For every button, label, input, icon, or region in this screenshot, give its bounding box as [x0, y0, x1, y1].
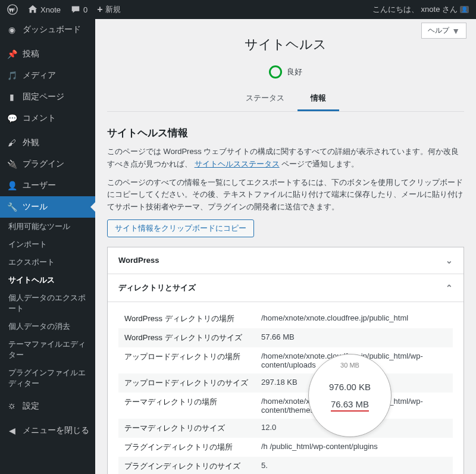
- menu-appearance[interactable]: 🖌外観: [0, 132, 95, 153]
- submenu-available-tools[interactable]: 利用可能なツール: [0, 218, 95, 236]
- menu-comments[interactable]: 💬コメント: [0, 108, 95, 129]
- settings-icon: ⛭: [6, 400, 18, 412]
- help-tab[interactable]: ヘルプ ▼: [421, 23, 466, 39]
- tools-icon: 🔧: [6, 201, 18, 213]
- admin-toolbar: Xnote 0 + 新規 こんにちは、 xnote さん 👤: [0, 0, 476, 19]
- content-area: ヘルプ ▼ サイトヘルス 良好 ステータス 情報 サイトヘルス情報 このページで…: [95, 19, 476, 474]
- chevron-down-icon: ▼: [452, 26, 460, 36]
- table-row: プラグインディレクトリの場所/h /public_html/wp-content…: [118, 438, 453, 457]
- tab-status[interactable]: ステータス: [233, 87, 298, 111]
- comments-link[interactable]: 0: [68, 4, 90, 15]
- table-row: WordPress ディレクトリのサイズ57.66 MB: [118, 328, 453, 347]
- accordion-wordpress[interactable]: WordPress ⌄: [108, 247, 464, 274]
- health-tabs: ステータス 情報: [107, 87, 464, 112]
- status-ring-icon: [269, 65, 282, 79]
- menu-posts[interactable]: 📌投稿: [0, 43, 95, 65]
- user-greeting[interactable]: こんにちは、 xnote さん 👤: [370, 4, 471, 15]
- section-heading: サイトヘルス情報: [107, 126, 464, 140]
- table-row: アップロードディレクトリのサイズ297.18 KB: [118, 373, 453, 393]
- brush-icon: 🖌: [6, 137, 18, 149]
- menu-pages[interactable]: ▮固定ページ: [0, 86, 95, 108]
- site-name-link[interactable]: Xnote: [25, 4, 63, 15]
- tab-info[interactable]: 情報: [298, 87, 339, 111]
- menu-settings[interactable]: ⛭設定: [0, 395, 95, 417]
- new-label: 新規: [105, 4, 121, 15]
- submenu-import[interactable]: インポート: [0, 236, 95, 253]
- collapse-icon: ◀: [6, 425, 18, 437]
- menu-users[interactable]: 👤ユーザー: [0, 175, 95, 196]
- submenu-erase-personal[interactable]: 個人データの消去: [0, 318, 95, 335]
- submenu-theme-editor[interactable]: テーマファイルエディター: [0, 335, 95, 364]
- site-health-header: サイトヘルス 良好 ステータス 情報: [107, 25, 464, 112]
- submenu-plugin-editor[interactable]: プラグインファイルエディター: [0, 364, 95, 393]
- submenu-site-health[interactable]: サイトヘルス: [0, 271, 95, 289]
- wp-logo[interactable]: [5, 4, 20, 15]
- page-icon: ▮: [6, 91, 18, 103]
- menu-collapse[interactable]: ◀メニューを閉じる: [0, 420, 95, 441]
- page-title: サイトヘルス: [107, 36, 464, 54]
- table-row: テーマディレクトリの場所/home/xnote/xnote.cloudfree.…: [118, 393, 453, 419]
- submenu-export[interactable]: エクスポート: [0, 253, 95, 271]
- plus-icon: +: [97, 4, 102, 15]
- directories-panel: WordPress ディレクトリの場所/home/xnote/xnote.clo…: [108, 302, 464, 474]
- home-icon: [27, 4, 38, 15]
- wordpress-icon: [7, 4, 18, 15]
- menu-plugins[interactable]: 🔌プラグイン: [0, 153, 95, 175]
- plugin-icon: 🔌: [6, 158, 18, 170]
- status-text: 良好: [287, 67, 302, 77]
- comment-count: 0: [83, 5, 87, 14]
- directories-table: WordPress ディレクトリの場所/home/xnote/xnote.clo…: [118, 309, 453, 474]
- admin-menu: ◉ダッシュボード 📌投稿 🎵メディア ▮固定ページ 💬コメント 🖌外観 🔌プラグ…: [0, 19, 95, 474]
- copy-site-info-button[interactable]: サイト情報をクリップボードにコピー: [107, 219, 254, 237]
- media-icon: 🎵: [6, 70, 18, 81]
- pin-icon: 📌: [6, 48, 18, 60]
- accordion-directories[interactable]: ディレクトリとサイズ ⌃: [108, 274, 464, 302]
- table-row: WordPress ディレクトリの場所/home/xnote/xnote.clo…: [118, 309, 453, 328]
- table-row: アップロードディレクトリの場所/home/xnote/xnote.cloudfr…: [118, 347, 453, 373]
- table-row: テーマディレクトリのサイズ12.0: [118, 419, 453, 438]
- chevron-up-icon: ⌃: [446, 283, 453, 293]
- chevron-down-icon: ⌄: [446, 256, 453, 265]
- menu-media[interactable]: 🎵メディア: [0, 65, 95, 86]
- dashboard-icon: ◉: [6, 24, 18, 36]
- submenu-export-personal[interactable]: 個人データのエクスポート: [0, 289, 95, 318]
- section-description-1: このページでは WordPress ウェブサイトの構成に関するすべての詳細が表示…: [107, 146, 464, 171]
- comment-icon: [70, 4, 81, 15]
- site-name: Xnote: [40, 5, 61, 14]
- section-description-2: このページのすべての情報を一覧にしてエクスポートするには、下のボタンを使用してク…: [107, 177, 464, 214]
- avatar: 👤: [460, 6, 469, 13]
- table-row: プラグインディレクトリのサイズ5.: [118, 457, 453, 474]
- info-accordion: WordPress ⌄ ディレクトリとサイズ ⌃ WordPress ディレクト…: [107, 247, 464, 474]
- new-content-link[interactable]: + 新規: [95, 4, 123, 15]
- site-health-status-link[interactable]: サイトヘルスステータス: [195, 159, 280, 168]
- comment-icon: 💬: [6, 112, 18, 124]
- menu-dashboard[interactable]: ◉ダッシュボード: [0, 19, 95, 40]
- menu-tools[interactable]: 🔧ツール: [0, 196, 95, 218]
- user-icon: 👤: [6, 180, 18, 192]
